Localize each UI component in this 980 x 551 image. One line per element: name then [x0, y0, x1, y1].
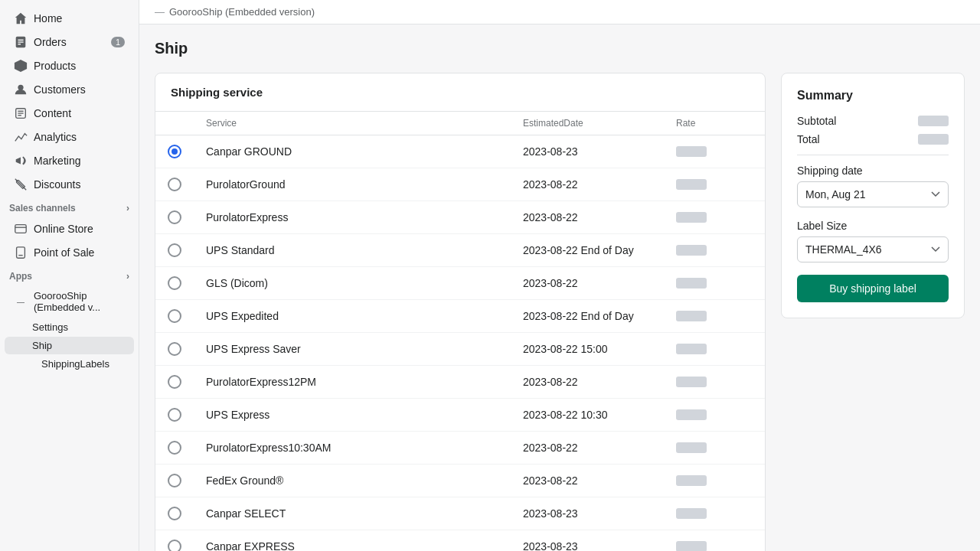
summary-panel: Summary Subtotal Total Shipping date Mon… [781, 73, 965, 318]
subtotal-row: Subtotal [797, 115, 949, 127]
sidebar-item-analytics[interactable]: Analytics [5, 126, 134, 148]
sidebar-item-shipping-labels[interactable]: ShippingLabels [5, 355, 134, 373]
service-name: PurolatorGround [206, 178, 523, 191]
shipping-date-select[interactable]: Mon, Aug 21 [797, 181, 949, 207]
radio-button[interactable] [168, 309, 181, 323]
radio-button[interactable] [168, 441, 181, 455]
subtotal-value [918, 116, 949, 126]
table-row[interactable]: PurolatorExpress10:30AM 2023-08-22 [155, 432, 765, 465]
radio-button[interactable] [168, 276, 181, 290]
sidebar-item-content[interactable]: Content [5, 102, 134, 125]
breadcrumb: — GoorooShip (Embedded version) [139, 0, 980, 24]
sidebar-item-content-label: Content [34, 107, 71, 119]
sidebar-item-marketing[interactable]: Marketing [5, 149, 134, 172]
radio-button[interactable] [168, 375, 181, 389]
sidebar-item-ship[interactable]: Ship [5, 337, 134, 354]
table-row[interactable]: PurolatorExpress12PM 2023-08-22 [155, 366, 765, 399]
table-row[interactable]: UPS Express Saver 2023-08-22 15:00 [155, 333, 765, 366]
rate-value [676, 212, 707, 223]
sidebar-item-marketing-label: Marketing [34, 155, 80, 167]
sidebar-item-products-label: Products [34, 60, 76, 72]
estimated-date: 2023-08-22 [523, 442, 676, 454]
service-name: PurolatorExpress10:30AM [206, 442, 523, 454]
estimated-date: 2023-08-22 End of Day [523, 244, 676, 256]
sidebar-item-analytics-label: Analytics [34, 131, 77, 143]
estimated-date: 2023-08-23 [523, 540, 676, 551]
table-row[interactable]: UPS Express 2023-08-22 10:30 [155, 399, 765, 432]
ship-layout: Shipping service Service EstimatedDate R… [155, 73, 965, 551]
pos-icon [14, 246, 28, 259]
service-name: Canpar GROUND [206, 145, 523, 158]
estimated-date: 2023-08-22 15:00 [523, 343, 676, 355]
buy-shipping-label-button[interactable]: Buy shipping label [797, 275, 949, 302]
rate-value [676, 278, 707, 289]
radio-button[interactable] [168, 243, 181, 257]
table-row[interactable]: Canpar SELECT 2023-08-23 [155, 497, 765, 530]
radio-button[interactable] [168, 210, 181, 224]
service-name: PurolatorExpress12PM [206, 376, 523, 388]
sales-channels-section[interactable]: Sales channels › [0, 197, 139, 217]
rate-value [676, 409, 707, 420]
sidebar-item-pos-label: Point of Sale [34, 246, 94, 259]
col-estimated-date: EstimatedDate [523, 118, 676, 129]
rate-value [676, 541, 707, 551]
table-row[interactable]: PurolatorExpress 2023-08-22 [155, 201, 765, 234]
sidebar-item-online-store[interactable]: Online Store [5, 217, 134, 240]
content-icon [14, 106, 28, 120]
radio-button[interactable] [168, 342, 181, 356]
table-row[interactable]: PurolatorGround 2023-08-22 [155, 168, 765, 201]
page-content-area: Ship Shipping service Service EstimatedD… [139, 24, 980, 551]
analytics-icon [14, 130, 28, 144]
svg-rect-9 [15, 225, 26, 233]
rate-value [676, 377, 707, 387]
total-value [918, 134, 949, 145]
sidebar-item-orders-label: Orders [34, 36, 67, 48]
rate-value [676, 508, 707, 519]
rate-value [676, 146, 707, 157]
total-row: Total [797, 133, 949, 145]
sidebar-item-orders[interactable]: Orders 1 [5, 31, 134, 54]
summary-title: Summary [797, 89, 949, 103]
radio-button[interactable] [168, 507, 181, 520]
table-row[interactable]: Canpar EXPRESS 2023-08-23 [155, 530, 765, 551]
sidebar-item-customers[interactable]: Customers [5, 78, 134, 101]
table-row[interactable]: GLS (Dicom) 2023-08-22 [155, 267, 765, 300]
sales-channels-label: Sales channels [9, 203, 76, 214]
sidebar-item-products[interactable]: Products [5, 54, 134, 77]
table-row[interactable]: UPS Standard 2023-08-22 End of Day [155, 234, 765, 267]
estimated-date: 2023-08-23 [523, 145, 676, 158]
sidebar-item-point-of-sale[interactable]: Point of Sale [5, 241, 134, 264]
svg-rect-11 [17, 247, 25, 258]
shipping-table-body: Canpar GROUND 2023-08-23 PurolatorGround… [155, 135, 765, 551]
sidebar-item-home[interactable]: Home [5, 7, 134, 30]
table-row[interactable]: UPS Expedited 2023-08-22 End of Day [155, 300, 765, 333]
radio-button[interactable] [168, 540, 181, 551]
estimated-date: 2023-08-22 [523, 376, 676, 388]
shipping-service-panel: Shipping service Service EstimatedDate R… [155, 73, 766, 551]
breadcrumb-parent[interactable]: GoorooShip (Embedded version) [169, 6, 315, 18]
radio-button[interactable] [168, 178, 181, 191]
apps-section[interactable]: Apps › [0, 265, 139, 285]
radio-button[interactable] [168, 474, 181, 487]
sidebar-item-goorooship[interactable]: — GoorooShip (Embedded v... [5, 285, 134, 318]
label-size-select[interactable]: THERMAL_4X6 [797, 236, 949, 262]
estimated-date: 2023-08-22 [523, 474, 676, 487]
orders-icon [14, 35, 28, 49]
col-rate: Rate [676, 118, 753, 129]
shipping-date-label: Shipping date [797, 165, 949, 177]
col-radio [168, 118, 206, 129]
discounts-icon [14, 178, 28, 191]
estimated-date: 2023-08-22 [523, 277, 676, 289]
radio-button[interactable] [168, 408, 181, 422]
radio-button[interactable] [168, 145, 181, 158]
rate-value [676, 442, 707, 453]
sidebar-item-settings[interactable]: Settings [5, 318, 134, 336]
table-row[interactable]: Canpar GROUND 2023-08-23 [155, 135, 765, 168]
rate-value [676, 245, 707, 256]
online-store-icon [14, 222, 28, 236]
table-row[interactable]: FedEx Ground® 2023-08-22 [155, 465, 765, 497]
sidebar-item-discounts[interactable]: Discounts [5, 173, 134, 196]
estimated-date: 2023-08-22 10:30 [523, 409, 676, 421]
svg-point-4 [18, 85, 23, 90]
products-icon [14, 59, 28, 73]
